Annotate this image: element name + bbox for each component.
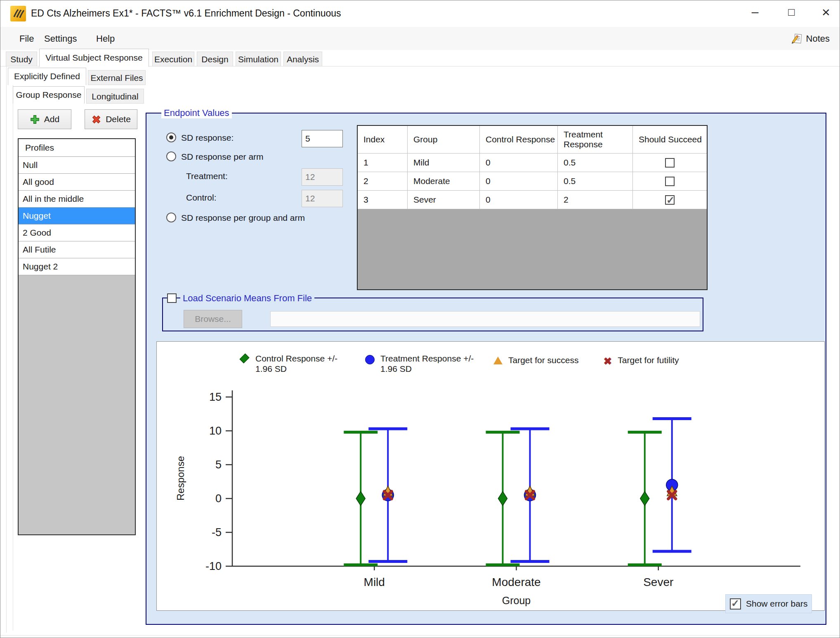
- svg-text:Sever: Sever: [643, 576, 673, 588]
- treatment-input: [302, 168, 343, 186]
- tab-virtual-subject-response[interactable]: Virtual Subject Response: [39, 49, 149, 67]
- notes-icon: [790, 33, 803, 45]
- sd-per-arm-radio[interactable]: [166, 151, 176, 161]
- svg-text:Mild: Mild: [364, 576, 385, 588]
- svg-text:0: 0: [215, 492, 222, 505]
- endpoint-values-group: Endpoint Values SD response: SD response…: [146, 113, 826, 625]
- add-button[interactable]: Add: [18, 109, 71, 129]
- minimize-button[interactable]: –: [742, 0, 768, 24]
- sd-per-arm-label: SD response per arm: [181, 152, 264, 162]
- svg-text:-5: -5: [212, 526, 222, 539]
- should-succeed-checkbox[interactable]: [665, 158, 675, 168]
- svg-text:15: 15: [209, 391, 222, 403]
- cell-treatment-response[interactable]: 0.5: [558, 172, 633, 191]
- notes-button[interactable]: Notes: [790, 31, 830, 47]
- col-header-control-response: Control Response: [480, 126, 558, 154]
- add-label: Add: [44, 114, 59, 124]
- cell-index[interactable]: 2: [358, 172, 408, 191]
- cell-index[interactable]: 3: [358, 191, 408, 209]
- svg-text:Moderate: Moderate: [492, 576, 540, 588]
- tab-simulation[interactable]: Simulation: [236, 52, 281, 66]
- list-item[interactable]: All good: [19, 174, 135, 191]
- list-item[interactable]: 2 Good: [19, 224, 135, 241]
- menu-settings[interactable]: Settings: [44, 32, 77, 46]
- svg-text:Response: Response: [175, 456, 186, 501]
- page-border-inner: [13, 85, 13, 631]
- should-succeed-checkbox[interactable]: [665, 195, 675, 205]
- cell-index[interactable]: 1: [358, 154, 408, 172]
- tab-explicitly-defined[interactable]: Explicitly Defined: [8, 68, 86, 85]
- chart-panel: Control Response +/- 1.96 SD Treatment R…: [156, 341, 825, 611]
- sd-response-label: SD response:: [181, 133, 234, 143]
- cell-should-succeed: [633, 154, 707, 172]
- sd-per-group-arm-radio[interactable]: [166, 213, 176, 222]
- browse-button[interactable]: Browse...: [184, 310, 242, 328]
- list-item[interactable]: All in the middle: [19, 191, 135, 208]
- menu-help[interactable]: Help: [96, 32, 115, 46]
- chart-svg: 151050-5-10ResponseMildModerateSeverGrou…: [157, 342, 825, 611]
- scenario-file-path-input[interactable]: [270, 311, 700, 327]
- tab-longitudinal[interactable]: Longitudinal: [86, 89, 144, 104]
- treatment-label: Treatment:: [186, 171, 228, 181]
- list-item[interactable]: All Futile: [19, 241, 135, 258]
- list-item[interactable]: Nugget: [19, 208, 135, 224]
- profiles-header: Profiles: [19, 139, 135, 157]
- svg-text:Group: Group: [502, 595, 531, 606]
- close-button[interactable]: ×: [813, 0, 839, 24]
- load-scenario-group: Load Scenario Means From File Browse...: [162, 298, 703, 331]
- cell-treatment-response[interactable]: 0.5: [558, 154, 633, 172]
- table-grid: Index Group Control Response Treatment R…: [358, 126, 707, 209]
- svg-text:-10: -10: [205, 560, 222, 572]
- col-header-group: Group: [408, 126, 480, 154]
- svg-text:5: 5: [215, 458, 222, 471]
- sd-response-input[interactable]: [302, 130, 343, 147]
- load-scenario-checkbox[interactable]: [167, 293, 177, 303]
- delete-label: Delete: [106, 114, 131, 124]
- tab-design[interactable]: Design: [197, 52, 233, 66]
- tab-analysis[interactable]: Analysis: [283, 52, 322, 66]
- group-response-table: Index Group Control Response Treatment R…: [357, 125, 708, 290]
- cell-group[interactable]: Mild: [408, 154, 480, 172]
- page-border: [6, 66, 7, 633]
- tab-group-response[interactable]: Group Response: [13, 86, 85, 104]
- list-item[interactable]: Null: [19, 157, 135, 174]
- window-title: ED Cts Alzheimers Ex1* - FACTS™ v6.1 Enr…: [31, 8, 341, 19]
- page-border-bottom: [0, 635, 840, 636]
- menu-bar: File Settings Help Notes: [0, 27, 840, 50]
- notes-label: Notes: [806, 31, 830, 47]
- profiles-listbox: Profiles Null All good All in the middle…: [18, 138, 136, 535]
- load-scenario-title: Load Scenario Means From File: [180, 293, 314, 304]
- cell-group[interactable]: Moderate: [408, 172, 480, 191]
- cell-control-response[interactable]: 0: [480, 154, 558, 172]
- cell-control-response[interactable]: 0: [480, 172, 558, 191]
- delete-x-icon: [91, 114, 101, 125]
- tab-external-files[interactable]: External Files: [88, 70, 146, 85]
- profiles-list: Null All good All in the middle Nugget 2…: [19, 157, 135, 275]
- menu-file[interactable]: File: [19, 32, 34, 46]
- title-bar: ED Cts Alzheimers Ex1* - FACTS™ v6.1 Enr…: [0, 0, 840, 27]
- col-header-should-succeed: Should Succeed: [633, 126, 707, 154]
- endpoint-values-title: Endpoint Values: [161, 108, 232, 118]
- should-succeed-checkbox[interactable]: [665, 177, 675, 186]
- tab-execution[interactable]: Execution: [152, 52, 194, 66]
- sd-per-group-arm-label: SD response per group and arm: [181, 213, 305, 223]
- show-error-bars-label: Show error bars: [746, 599, 807, 609]
- sd-response-radio[interactable]: [166, 132, 176, 142]
- tab-study[interactable]: Study: [6, 52, 37, 66]
- svg-text:10: 10: [209, 425, 222, 437]
- col-header-treatment-response: Treatment Response: [558, 126, 633, 154]
- control-label: Control:: [186, 193, 217, 203]
- app-icon: [10, 6, 26, 21]
- app-window: ED Cts Alzheimers Ex1* - FACTS™ v6.1 Enr…: [0, 0, 840, 638]
- col-header-index: Index: [358, 126, 408, 154]
- show-error-bars-checkbox[interactable]: [730, 598, 741, 610]
- maximize-button[interactable]: □: [779, 0, 804, 24]
- cell-control-response[interactable]: 0: [480, 191, 558, 209]
- cell-group[interactable]: Sever: [408, 191, 480, 209]
- control-input: [302, 190, 343, 207]
- cell-treatment-response[interactable]: 2: [558, 191, 633, 209]
- add-plus-icon: [30, 114, 40, 125]
- list-item[interactable]: Nugget 2: [19, 258, 135, 275]
- cell-should-succeed: [633, 191, 707, 209]
- delete-button[interactable]: Delete: [85, 109, 137, 129]
